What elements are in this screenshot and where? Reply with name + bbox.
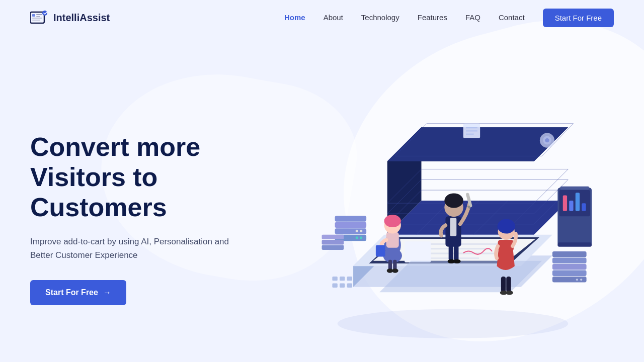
svg-point-43 <box>580 279 582 281</box>
svg-rect-35 <box>582 203 586 211</box>
svg-rect-15 <box>335 222 367 228</box>
svg-point-7 <box>338 309 568 338</box>
svg-point-6 <box>42 11 47 16</box>
logo-icon <box>30 10 48 25</box>
svg-rect-41 <box>552 258 587 263</box>
svg-point-46 <box>383 248 402 263</box>
svg-rect-60 <box>450 218 457 236</box>
svg-rect-28 <box>340 284 345 288</box>
hero-content: Convert more Visitors to Customers Impro… <box>30 122 292 305</box>
svg-point-17 <box>360 236 362 239</box>
nav-links: Home About Technology Features FAQ Conta… <box>284 9 614 27</box>
svg-rect-37 <box>560 187 589 190</box>
nav-faq[interactable]: FAQ <box>465 13 480 22</box>
svg-point-44 <box>576 279 578 281</box>
svg-rect-5 <box>32 20 40 21</box>
svg-rect-34 <box>576 193 580 211</box>
svg-rect-16 <box>335 216 367 221</box>
svg-rect-27 <box>332 284 337 288</box>
svg-rect-2 <box>36 14 42 15</box>
nav-home[interactable]: Home <box>284 13 305 22</box>
hero-illustration <box>292 88 614 339</box>
logo-link[interactable]: IntelliAssist <box>30 10 110 25</box>
svg-rect-22 <box>322 240 344 244</box>
svg-rect-36 <box>557 242 592 246</box>
svg-rect-25 <box>340 277 345 281</box>
hero-cta-arrow: → <box>103 288 111 297</box>
svg-rect-3 <box>36 16 40 17</box>
hero-section: Convert more Visitors to Customers Impro… <box>0 35 644 362</box>
svg-point-19 <box>360 230 362 232</box>
svg-point-78 <box>545 138 549 142</box>
nav-contact[interactable]: Contact <box>499 13 525 22</box>
svg-rect-42 <box>552 251 587 257</box>
svg-rect-50 <box>376 245 385 257</box>
illustration-svg <box>292 88 614 339</box>
nav-technology[interactable]: Technology <box>361 13 399 22</box>
svg-rect-32 <box>563 196 567 211</box>
svg-point-18 <box>356 236 358 239</box>
hero-title: Convert more Visitors to Customers <box>30 132 292 222</box>
svg-rect-21 <box>322 245 344 250</box>
svg-rect-51 <box>388 260 392 270</box>
svg-point-62 <box>444 193 463 208</box>
svg-point-68 <box>506 291 513 295</box>
nav-features[interactable]: Features <box>418 13 447 22</box>
svg-rect-52 <box>393 260 396 270</box>
svg-rect-33 <box>569 201 573 211</box>
hero-cta-button[interactable]: Start For Free → <box>30 280 126 305</box>
svg-point-20 <box>356 230 358 232</box>
svg-rect-24 <box>332 277 337 281</box>
logo-text: IntelliAssist <box>53 12 110 24</box>
svg-rect-4 <box>32 18 42 19</box>
svg-rect-29 <box>347 284 352 288</box>
hero-subtitle: Improve add-to-cart by using AI, Persona… <box>30 235 252 262</box>
svg-point-71 <box>498 219 515 233</box>
svg-rect-55 <box>449 245 453 261</box>
svg-rect-26 <box>347 277 352 281</box>
svg-rect-65 <box>501 277 506 292</box>
svg-rect-47 <box>386 232 399 247</box>
svg-rect-66 <box>506 277 511 292</box>
svg-rect-56 <box>454 245 458 261</box>
hero-cta-label: Start For Free <box>45 288 98 297</box>
navbar: IntelliAssist Home About Technology Feat… <box>0 0 644 35</box>
svg-point-49 <box>384 215 401 227</box>
svg-rect-39 <box>552 270 587 276</box>
svg-rect-1 <box>32 14 35 17</box>
svg-point-58 <box>453 259 461 263</box>
svg-rect-40 <box>552 264 587 269</box>
nav-about[interactable]: About <box>324 13 343 22</box>
svg-point-54 <box>392 268 398 273</box>
nav-cta-button[interactable]: Start For Free <box>543 9 614 27</box>
svg-rect-12 <box>405 241 431 262</box>
svg-rect-23 <box>322 235 344 239</box>
